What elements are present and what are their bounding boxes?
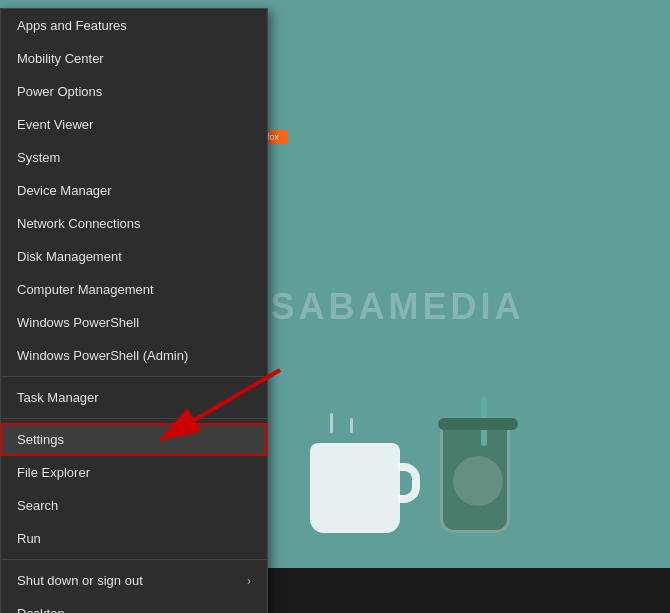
menu-item-windows-powershell-admin[interactable]: Windows PowerShell (Admin) [1, 339, 267, 372]
menu-item-desktop[interactable]: Desktop [1, 597, 267, 613]
menu-item-label-settings: Settings [17, 432, 64, 447]
menu-item-settings[interactable]: Settings [1, 423, 267, 456]
steam-2 [350, 418, 353, 433]
menu-item-label-power-options: Power Options [17, 84, 102, 99]
menu-item-file-explorer[interactable]: File Explorer [1, 456, 267, 489]
menu-item-apps-features[interactable]: Apps and Features [1, 9, 267, 42]
menu-item-label-task-manager: Task Manager [17, 390, 99, 405]
context-menu: Apps and FeaturesMobility CenterPower Op… [0, 8, 268, 613]
menu-item-system[interactable]: System [1, 141, 267, 174]
menu-item-label-shut-down: Shut down or sign out [17, 573, 143, 588]
menu-item-label-run: Run [17, 531, 41, 546]
menu-item-label-windows-powershell: Windows PowerShell [17, 315, 139, 330]
cup-lid [438, 418, 518, 430]
menu-item-label-system: System [17, 150, 60, 165]
desktop: NESABAMEDIA fox Apps and FeaturesMobilit… [0, 0, 670, 613]
menu-item-network-connections[interactable]: Network Connections [1, 207, 267, 240]
menu-item-computer-management[interactable]: Computer Management [1, 273, 267, 306]
menu-item-label-windows-powershell-admin: Windows PowerShell (Admin) [17, 348, 188, 363]
starbucks-cup [440, 423, 510, 533]
mug-handle [398, 463, 420, 503]
menu-item-run[interactable]: Run [1, 522, 267, 555]
menu-item-search[interactable]: Search [1, 489, 267, 522]
menu-item-label-network-connections: Network Connections [17, 216, 141, 231]
menu-item-label-mobility-center: Mobility Center [17, 51, 104, 66]
menu-item-shut-down[interactable]: Shut down or sign out› [1, 564, 267, 597]
menu-item-label-file-explorer: File Explorer [17, 465, 90, 480]
submenu-arrow-icon: › [247, 574, 251, 588]
menu-item-power-options[interactable]: Power Options [1, 75, 267, 108]
menu-item-disk-management[interactable]: Disk Management [1, 240, 267, 273]
menu-item-label-apps-features: Apps and Features [17, 18, 127, 33]
steam-1 [330, 413, 333, 433]
menu-item-mobility-center[interactable]: Mobility Center [1, 42, 267, 75]
menu-item-task-manager[interactable]: Task Manager [1, 381, 267, 414]
menu-item-label-disk-management: Disk Management [17, 249, 122, 264]
desktop-illustration [310, 423, 510, 533]
menu-item-label-event-viewer: Event Viewer [17, 117, 93, 132]
menu-separator [1, 559, 267, 560]
menu-item-label-device-manager: Device Manager [17, 183, 112, 198]
mug-illustration [310, 443, 400, 533]
cup-logo [453, 456, 503, 506]
menu-item-label-computer-management: Computer Management [17, 282, 154, 297]
menu-item-device-manager[interactable]: Device Manager [1, 174, 267, 207]
menu-item-label-search: Search [17, 498, 58, 513]
menu-separator [1, 418, 267, 419]
menu-separator [1, 376, 267, 377]
mug-body [310, 443, 400, 533]
menu-item-label-desktop: Desktop [17, 606, 65, 613]
menu-item-windows-powershell[interactable]: Windows PowerShell [1, 306, 267, 339]
menu-item-event-viewer[interactable]: Event Viewer [1, 108, 267, 141]
